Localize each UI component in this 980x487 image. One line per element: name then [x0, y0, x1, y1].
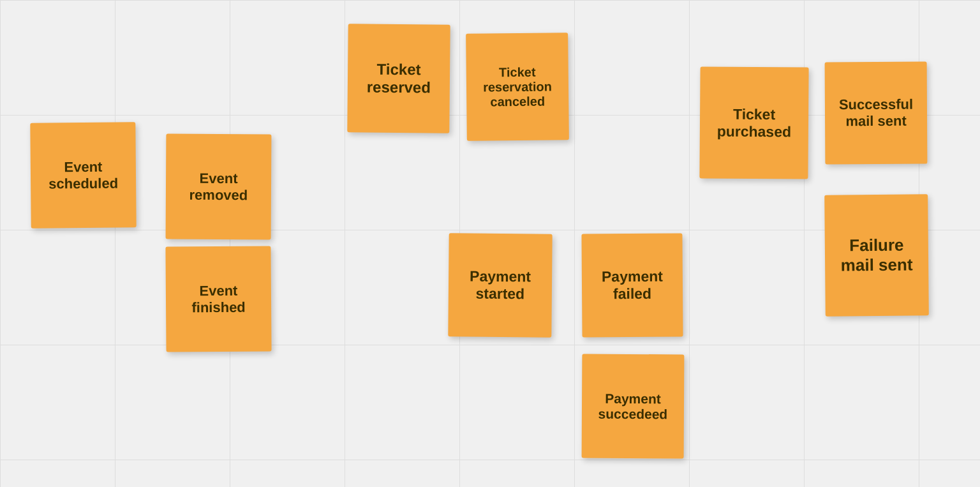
sticky-note-label: Payment started [459, 267, 542, 303]
sticky-note-ticket-purchased[interactable]: Ticket purchased [699, 66, 808, 179]
sticky-note-label: Payment succedeed [592, 391, 674, 422]
sticky-note-label: Event scheduled [41, 158, 126, 192]
sticky-note-failure-mail-sent[interactable]: Failure mail sent [824, 194, 929, 316]
sticky-note-event-removed[interactable]: Event removed [166, 134, 272, 240]
sticky-note-ticket-reservation-canceled[interactable]: Ticket reservation canceled [466, 33, 569, 141]
sticky-note-label: Ticket purchased [710, 105, 798, 140]
sticky-note-payment-started[interactable]: Payment started [448, 233, 552, 337]
sticky-note-label: Payment failed [592, 268, 672, 303]
sticky-note-ticket-reserved[interactable]: Ticket reserved [347, 24, 450, 133]
sticky-note-label: Event finished [176, 282, 261, 316]
sticky-note-payment-succedeed[interactable]: Payment succedeed [582, 354, 685, 459]
sticky-note-payment-failed[interactable]: Payment failed [581, 233, 683, 337]
sticky-note-successful-mail-sent[interactable]: Successful mail sent [825, 62, 928, 165]
sticky-note-label: Failure mail sent [835, 235, 919, 275]
sticky-note-label: Ticket reservation canceled [477, 64, 559, 109]
sticky-note-label: Successful mail sent [835, 96, 917, 130]
sticky-note-event-scheduled[interactable]: Event scheduled [30, 122, 136, 228]
sticky-note-label: Ticket reserved [358, 60, 440, 96]
sticky-note-event-finished[interactable]: Event finished [165, 246, 271, 352]
sticky-note-label: Event removed [176, 170, 261, 204]
